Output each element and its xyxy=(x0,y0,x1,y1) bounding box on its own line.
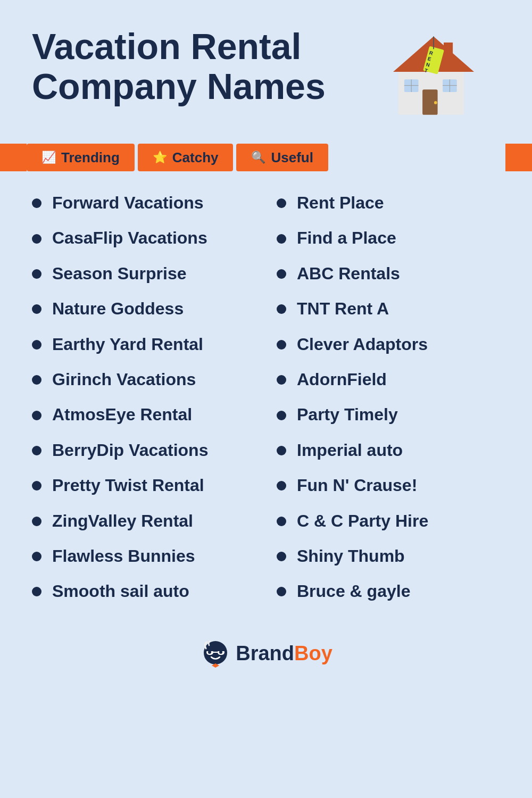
brand-logo: BrandBoy xyxy=(200,638,332,670)
tag-accent-right xyxy=(505,144,532,171)
item-text: Find a Place xyxy=(297,228,396,248)
bullet xyxy=(32,340,41,350)
item-text: Flawless Bunnies xyxy=(52,546,195,566)
list-item-left-10: Flawless Bunnies xyxy=(32,546,255,566)
item-text: Pretty Twist Rental xyxy=(52,475,204,495)
list-item-left-3: Nature Goddess xyxy=(32,298,255,319)
item-text: Earthy Yard Rental xyxy=(52,334,203,354)
bullet xyxy=(32,198,41,208)
title-block: Vacation Rental Company Names xyxy=(32,27,383,106)
list-item-right-3: TNT Rent A xyxy=(277,298,500,319)
bullet xyxy=(277,411,286,420)
tags-row: 📈 Trending ⭐ Catchy 🔍 Useful xyxy=(0,144,532,171)
item-text: ABC Rentals xyxy=(297,263,400,284)
item-text: Season Surprise xyxy=(52,263,187,284)
bullet xyxy=(277,587,286,596)
list-item-right-6: Party Timely xyxy=(277,404,500,425)
tag-useful[interactable]: 🔍 Useful xyxy=(236,144,328,171)
list-item-left-4: Earthy Yard Rental xyxy=(32,334,255,354)
item-text: AtmosEye Rental xyxy=(52,404,192,425)
list-item-right-10: Shiny Thumb xyxy=(277,546,500,566)
list-item-right-5: AdornField xyxy=(277,369,500,389)
item-text: Rent Place xyxy=(297,193,384,213)
item-text: TNT Rent A xyxy=(297,298,389,319)
bullet xyxy=(277,375,286,385)
bullet xyxy=(32,304,41,314)
left-column: Forward Vacations CasaFlip Vacations Sea… xyxy=(21,193,266,617)
list-item-left-2: Season Surprise xyxy=(32,263,255,284)
item-text: C & C Party Hire xyxy=(297,511,428,531)
list-item-right-0: Rent Place xyxy=(277,193,500,213)
item-text: ZingValley Rental xyxy=(52,511,193,531)
catchy-icon: ⭐ xyxy=(153,151,167,164)
list-item-right-9: C & C Party Hire xyxy=(277,511,500,531)
svg-rect-2 xyxy=(444,43,453,58)
bullet xyxy=(277,446,286,455)
bullet xyxy=(32,234,41,244)
footer: BrandBoy xyxy=(0,627,532,691)
bullet xyxy=(32,517,41,526)
item-text: AdornField xyxy=(297,369,387,389)
item-text: CasaFlip Vacations xyxy=(52,228,207,248)
list-item-right-2: ABC Rentals xyxy=(277,263,500,284)
page-title: Vacation Rental Company Names xyxy=(32,27,383,106)
list-item-right-7: Imperial auto xyxy=(277,440,500,460)
item-text: Girinch Vacations xyxy=(52,369,196,389)
bullet xyxy=(32,587,41,596)
bullet xyxy=(32,411,41,420)
item-text: Shiny Thumb xyxy=(297,546,405,566)
bullet xyxy=(277,304,286,314)
bullet xyxy=(277,552,286,561)
right-column: Rent Place Find a Place ABC Rentals TNT … xyxy=(266,193,511,617)
header: Vacation Rental Company Names xyxy=(0,0,532,138)
list-item-left-1: CasaFlip Vacations xyxy=(32,228,255,248)
bullet xyxy=(277,340,286,350)
list-item-right-4: Clever Adaptors xyxy=(277,334,500,354)
useful-icon: 🔍 xyxy=(251,151,265,164)
list-item-left-6: AtmosEye Rental xyxy=(32,404,255,425)
list-item-left-7: BerryDip Vacations xyxy=(32,440,255,460)
tag-catchy[interactable]: ⭐ Catchy xyxy=(138,144,234,171)
brandboy-icon xyxy=(200,638,231,670)
svg-point-4 xyxy=(434,101,437,104)
item-text: Party Timely xyxy=(297,404,398,425)
list-item-left-8: Pretty Twist Rental xyxy=(32,475,255,495)
bullet xyxy=(32,269,41,279)
trending-icon: 📈 xyxy=(41,151,56,164)
house-illustration: R E N T xyxy=(383,21,489,128)
item-text: Bruce & gayle xyxy=(297,581,410,601)
list-item-left-5: Girinch Vacations xyxy=(32,369,255,389)
item-text: Fun N' Crause! xyxy=(297,475,417,495)
item-text: BerryDip Vacations xyxy=(52,440,208,460)
item-text: Imperial auto xyxy=(297,440,403,460)
list-item-right-11: Bruce & gayle xyxy=(277,581,500,601)
list-item-left-9: ZingValley Rental xyxy=(32,511,255,531)
bullet xyxy=(32,552,41,561)
tag-accent-left xyxy=(0,144,27,171)
item-text: Clever Adaptors xyxy=(297,334,428,354)
bullet xyxy=(277,234,286,244)
tag-useful-label: Useful xyxy=(271,149,313,166)
item-text: Forward Vacations xyxy=(52,193,204,213)
bullet xyxy=(277,517,286,526)
list-section: Forward Vacations CasaFlip Vacations Sea… xyxy=(0,187,532,627)
bullet xyxy=(32,481,41,491)
list-item-left-0: Forward Vacations xyxy=(32,193,255,213)
item-text: Smooth sail auto xyxy=(52,581,189,601)
bullet xyxy=(277,481,286,491)
tag-trending-label: Trending xyxy=(61,149,120,166)
tag-catchy-label: Catchy xyxy=(172,149,219,166)
brand-name: BrandBoy xyxy=(236,642,332,665)
list-item-right-1: Find a Place xyxy=(277,228,500,248)
tag-trending[interactable]: 📈 Trending xyxy=(27,144,135,171)
list-item-left-11: Smooth sail auto xyxy=(32,581,255,601)
bullet xyxy=(277,269,286,279)
item-text: Nature Goddess xyxy=(52,298,184,319)
bullet xyxy=(32,375,41,385)
list-item-right-8: Fun N' Crause! xyxy=(277,475,500,495)
bullet xyxy=(32,446,41,455)
page-wrapper: Vacation Rental Company Names xyxy=(0,0,532,798)
bullet xyxy=(277,198,286,208)
